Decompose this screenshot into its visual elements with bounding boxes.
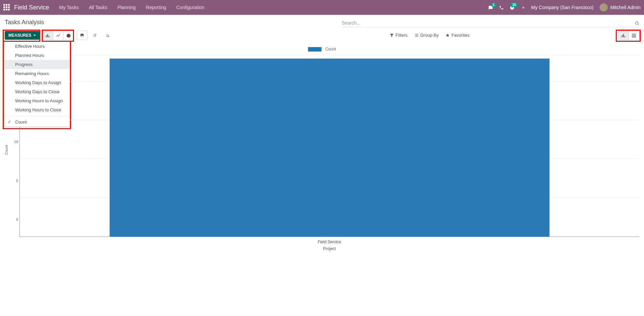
caret-down-icon (33, 35, 36, 36)
view-switch-group (618, 31, 639, 40)
nav-menu: My Tasks All Tasks Planning Reporting Co… (59, 5, 204, 10)
measures-dropdown: Effective Hours Planned Hours Progress R… (4, 42, 70, 127)
measure-effective-hours[interactable]: Effective Hours (4, 42, 70, 51)
nav-planning[interactable]: Planning (117, 5, 136, 10)
filters-label: Filters (395, 33, 407, 38)
nav-all-tasks[interactable]: All Tasks (89, 5, 107, 10)
favorites-button[interactable]: Favorites (445, 33, 469, 38)
nav-right: 5 35 My Company (San Francisco) Mitchell… (488, 3, 641, 11)
line-chart-button[interactable] (53, 31, 64, 40)
svg-rect-12 (632, 34, 636, 37)
star-icon (445, 33, 450, 38)
measures-button[interactable]: MEASURES (5, 31, 40, 40)
sort-desc-button[interactable] (90, 31, 100, 40)
apps-icon[interactable] (3, 4, 10, 11)
groupby-label: Group By (420, 33, 439, 38)
pie-chart-button[interactable] (63, 31, 74, 40)
graph-view-button[interactable] (618, 31, 629, 40)
svg-point-0 (635, 22, 638, 24)
navbar: Field Service My Tasks All Tasks Plannin… (0, 0, 644, 15)
ytick-0: 0 (16, 217, 18, 221)
legend-label: Count (325, 47, 336, 51)
activity-icon[interactable]: 35 (510, 5, 515, 10)
bar-field-service[interactable] (110, 59, 550, 237)
ytick-5: 5 (16, 179, 18, 183)
measure-remaining-hours[interactable]: Remaining Hours (4, 69, 70, 78)
nav-configuration[interactable]: Configuration (176, 5, 204, 10)
dropdown-divider (4, 116, 70, 116)
svg-rect-4 (49, 36, 49, 37)
chart-legend: Count (5, 45, 639, 55)
user-menu[interactable]: Mitchell Admin (600, 3, 641, 11)
ytick-10: 10 (14, 140, 18, 144)
chart-area: Count Count 0 5 10 15 20 Field Service P… (0, 45, 644, 254)
filters-button[interactable]: Filters (389, 33, 407, 38)
favorites-label: Favorites (451, 33, 469, 38)
pivot-view-button[interactable] (629, 31, 639, 40)
messages-badge: 5 (491, 3, 496, 7)
measure-planned-hours[interactable]: Planned Hours (4, 51, 70, 60)
svg-rect-9 (622, 35, 622, 37)
avatar (600, 3, 608, 11)
graph-type-group (42, 31, 74, 40)
user-name: Mitchell Admin (610, 5, 641, 10)
x-category-field-service: Field Service (20, 240, 639, 244)
search-box (342, 19, 639, 27)
page-header: Tasks Analysis (0, 15, 644, 31)
svg-rect-3 (47, 34, 48, 37)
app-brand[interactable]: Field Service (14, 4, 49, 11)
chart-plot: Count 0 5 10 15 20 Field Service Project (5, 59, 639, 250)
measures-label: MEASURES (8, 33, 31, 38)
legend-swatch (308, 47, 321, 51)
chart-grid (20, 59, 639, 237)
measure-wd-assign[interactable]: Working Days to Assign (4, 78, 70, 87)
measure-wh-assign[interactable]: Working Hours to Assign (4, 96, 70, 105)
measure-progress[interactable]: Progress (4, 60, 70, 69)
svg-rect-2 (46, 35, 47, 37)
messages-icon[interactable]: 5 (488, 5, 493, 10)
filter-icon (389, 33, 394, 38)
measure-count[interactable]: Count (4, 117, 70, 127)
measure-wd-close[interactable]: Working Days to Close (4, 87, 70, 96)
stacked-button[interactable] (77, 31, 87, 40)
activity-badge: 35 (510, 3, 518, 7)
nav-my-tasks[interactable]: My Tasks (59, 5, 79, 10)
search-icon[interactable] (635, 20, 639, 26)
list-icon (414, 33, 419, 38)
groupby-button[interactable]: Group By (414, 33, 439, 38)
search-input[interactable] (342, 19, 635, 27)
company-switcher[interactable]: My Company (San Francisco) (531, 5, 594, 10)
svg-rect-11 (624, 36, 625, 37)
page-title: Tasks Analysis (5, 19, 44, 26)
measure-wh-close[interactable]: Working Hours to Close (4, 105, 70, 114)
svg-line-1 (638, 24, 639, 25)
svg-rect-10 (623, 34, 624, 37)
debug-icon[interactable] (521, 5, 525, 10)
x-axis-label: Project (20, 246, 639, 251)
sort-asc-button[interactable] (103, 31, 113, 40)
control-panel: MEASURES Filters (0, 31, 644, 45)
phone-icon[interactable] (499, 5, 504, 10)
y-axis-label: Count (4, 145, 8, 154)
nav-reporting[interactable]: Reporting (146, 5, 166, 10)
bar-chart-button[interactable] (42, 31, 53, 40)
